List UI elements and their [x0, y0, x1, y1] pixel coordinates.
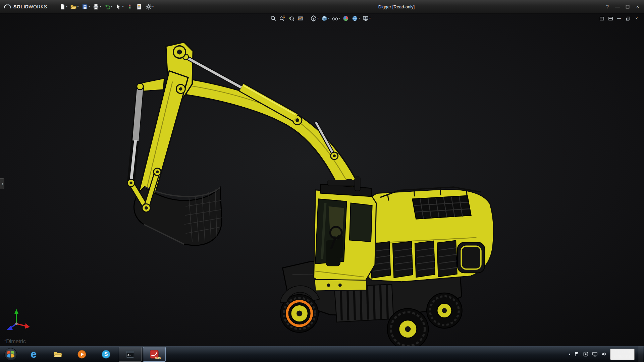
- doc-minimize-button[interactable]: —: [616, 15, 623, 21]
- hide-show-dropdown-arrow[interactable]: ▾: [339, 17, 340, 20]
- document-title: Digger [Read-only]: [378, 0, 415, 13]
- close-button[interactable]: ×: [633, 2, 642, 11]
- undo-dropdown-arrow[interactable]: ▾: [111, 5, 113, 8]
- action-center-flag-icon[interactable]: [574, 351, 580, 357]
- previous-view-icon: [288, 15, 295, 22]
- apply-scene-globe-icon: [352, 15, 358, 22]
- display-style-button[interactable]: ▾: [321, 15, 330, 22]
- print-icon: [93, 3, 99, 10]
- zoom-to-fit-button[interactable]: [270, 15, 277, 22]
- windows-start-orb-icon: [4, 348, 17, 361]
- taskbar-solidworks-2015[interactable]: 2015: [143, 347, 166, 362]
- tray-expand-button[interactable]: ▴: [569, 352, 571, 356]
- display-style-icon: [321, 15, 328, 22]
- solidworks-version-badge: 2015: [155, 357, 161, 360]
- taskbar-app-s[interactable]: S: [95, 347, 117, 362]
- taskbar-command-prompt[interactable]: [119, 347, 142, 362]
- options-button[interactable]: ▾: [144, 2, 155, 11]
- window-controls: ? — ×: [603, 0, 642, 13]
- maximize-button[interactable]: [623, 2, 632, 11]
- view-settings-button[interactable]: ▾: [362, 15, 371, 22]
- open-folder-icon: [70, 3, 77, 10]
- title-bar: SOLIDWORKS ▾ ▾ ▾ ▾ ▾ ▾: [0, 0, 644, 13]
- doc-close-button[interactable]: ×: [633, 15, 640, 21]
- open-dropdown-arrow[interactable]: ▾: [77, 5, 79, 8]
- rebuild-icon: [126, 3, 133, 10]
- undo-icon: [104, 3, 111, 10]
- display-style-dropdown-arrow[interactable]: ▾: [328, 17, 329, 20]
- graphics-area[interactable]: ▾ ▾ ▾ ▾ ▾ — ×: [0, 13, 644, 346]
- media-player-icon: [77, 349, 87, 359]
- command-prompt-icon: [125, 349, 135, 359]
- section-view-button[interactable]: [297, 15, 304, 22]
- minimize-button[interactable]: —: [613, 2, 622, 11]
- rebuild-button[interactable]: [125, 2, 134, 11]
- print-dropdown-arrow[interactable]: ▾: [100, 5, 101, 8]
- clock-time: 1:55 PM: [613, 349, 631, 354]
- hide-show-items-button[interactable]: ▾: [331, 15, 340, 22]
- zoom-to-area-button[interactable]: [279, 15, 286, 22]
- previous-view-button[interactable]: [288, 15, 295, 22]
- split-vertical-icon: [600, 16, 604, 21]
- hide-show-glasses-icon: [332, 15, 338, 22]
- help-button[interactable]: ?: [603, 2, 612, 11]
- new-dropdown-arrow[interactable]: ▾: [66, 5, 68, 8]
- dassault-systemes-logo-icon: [3, 4, 11, 10]
- taskbar: e S 2015 ▴ 1:55 PM 7/28/2015: [0, 346, 644, 362]
- doc-restore-button[interactable]: [625, 15, 631, 21]
- file-properties-button[interactable]: [135, 2, 144, 11]
- taskbar-clock[interactable]: 1:55 PM 7/28/2015: [610, 349, 635, 360]
- split-view-horiz-button[interactable]: [607, 15, 614, 21]
- zoom-to-area-icon: [279, 15, 286, 22]
- view-orientation-cube-icon: [310, 15, 317, 22]
- apply-scene-button[interactable]: ▾: [351, 15, 360, 22]
- save-button[interactable]: ▾: [80, 2, 91, 11]
- file-explorer-folder-icon: [53, 349, 63, 359]
- view-orientation-label: *Dimetric: [4, 339, 26, 345]
- taskbar-media-player[interactable]: [70, 347, 93, 362]
- view-orientation-dropdown-arrow[interactable]: ▾: [317, 17, 319, 20]
- options-gear-icon: [145, 3, 152, 10]
- save-dropdown-arrow[interactable]: ▾: [89, 5, 90, 8]
- edit-appearance-ball-icon: [342, 15, 349, 22]
- split-horizontal-icon: [608, 16, 613, 21]
- undo-button[interactable]: ▾: [103, 2, 114, 11]
- show-desktop-button[interactable]: [638, 346, 643, 362]
- view-settings-dropdown-arrow[interactable]: ▾: [369, 17, 371, 20]
- options-dropdown-arrow[interactable]: ▾: [152, 5, 154, 8]
- heads-up-view-toolbar: ▾ ▾ ▾ ▾ ▾: [270, 15, 371, 22]
- edit-appearance-button[interactable]: [342, 15, 350, 22]
- start-button[interactable]: [0, 346, 21, 362]
- view-orientation-button[interactable]: ▾: [310, 15, 319, 22]
- zoom-to-fit-icon: [270, 15, 277, 22]
- open-button[interactable]: ▾: [69, 2, 80, 11]
- taskbar-file-explorer[interactable]: [46, 347, 69, 362]
- maximize-icon: [626, 5, 630, 9]
- brand-text: SOLIDWORKS: [13, 4, 47, 9]
- volume-icon[interactable]: [601, 351, 607, 357]
- print-button[interactable]: ▾: [92, 2, 102, 11]
- select-button[interactable]: ▾: [114, 2, 125, 11]
- network-status-icon[interactable]: [592, 351, 598, 357]
- section-view-icon: [297, 15, 304, 22]
- new-document-button[interactable]: ▾: [58, 2, 69, 11]
- view-settings-icon: [362, 15, 369, 22]
- app-s-letter: S: [104, 351, 108, 357]
- clock-date: 7/28/2015: [613, 354, 631, 359]
- app-logo: SOLIDWORKS: [0, 0, 52, 13]
- split-view-vertical-button[interactable]: [598, 15, 605, 21]
- restore-icon: [626, 16, 630, 21]
- feature-pane-collapse-tab[interactable]: ◄: [0, 178, 4, 189]
- document-window-controls: — ×: [598, 15, 640, 21]
- new-document-icon: [59, 3, 66, 10]
- internet-explorer-icon: e: [31, 349, 36, 359]
- digger-3d-model: [0, 13, 644, 346]
- select-dropdown-arrow[interactable]: ▾: [122, 5, 124, 8]
- file-properties-icon: [136, 3, 143, 10]
- quick-access-toolbar: ▾ ▾ ▾ ▾ ▾ ▾ ▾: [58, 2, 155, 11]
- tray-app-icon[interactable]: [583, 351, 589, 357]
- save-icon: [82, 3, 88, 10]
- system-tray: ▴ 1:55 PM 7/28/2015: [569, 346, 644, 362]
- apply-scene-dropdown-arrow[interactable]: ▾: [359, 17, 360, 20]
- taskbar-internet-explorer[interactable]: e: [22, 347, 45, 362]
